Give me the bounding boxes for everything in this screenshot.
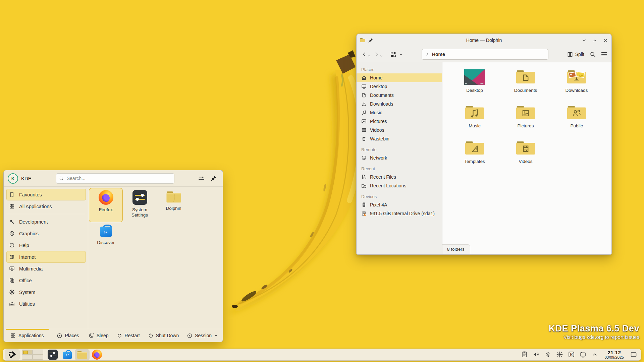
category-utilities[interactable]: Utilities [6, 298, 86, 310]
tab-places[interactable]: Places [53, 329, 83, 342]
dolphin-places-panel: Places Home Desktop Documents Downloads … [357, 62, 442, 254]
search-input[interactable] [66, 175, 171, 181]
clock-time: 21:12 [604, 350, 624, 355]
folder-tile-public[interactable]: Public [551, 102, 602, 137]
configure-sliders-icon[interactable] [198, 175, 205, 182]
place-music[interactable]: Music [357, 108, 442, 117]
virtual-desktop-pager[interactable] [22, 350, 43, 360]
hamburger-menu-icon[interactable] [601, 51, 607, 58]
taskbar-panel: ›· K [3, 349, 641, 361]
toolbox-icon [9, 301, 15, 307]
place-label: Home [370, 75, 382, 80]
place-wastebin[interactable]: Wastebin [357, 134, 442, 143]
kickoff-categories: Favourites All Applications Development … [4, 187, 88, 329]
place-desktop[interactable]: Desktop [357, 82, 442, 91]
device-pixel-4a[interactable]: Pixel 4A [357, 200, 442, 209]
audio-volume-icon[interactable] [532, 350, 540, 359]
tab-applications[interactable]: Applications [7, 329, 47, 342]
category-help[interactable]: Help [6, 239, 86, 251]
search-icon[interactable] [590, 51, 596, 58]
place-documents[interactable]: Documents [357, 91, 442, 100]
expand-tray-chevron-icon[interactable] [591, 350, 599, 359]
session-button[interactable]: Session [187, 333, 218, 339]
multimedia-monitor-icon [9, 266, 15, 272]
task-system-settings[interactable] [45, 349, 60, 360]
pin-icon[interactable] [368, 38, 373, 43]
place-recent-files[interactable]: Recent Files [357, 173, 442, 181]
k-app-badge-icon[interactable]: K [567, 350, 575, 359]
category-label: Multimedia [19, 266, 43, 272]
app-tile-discover[interactable]: ›· Discover [89, 222, 123, 256]
minimize-button[interactable] [581, 38, 587, 43]
place-pictures[interactable]: Pictures [357, 117, 442, 126]
place-recent-locations[interactable]: Recent Locations [357, 181, 442, 190]
search-box[interactable] [56, 173, 174, 184]
folder-tile-music[interactable]: Music [449, 102, 500, 137]
document-icon [361, 93, 367, 98]
folder-tile-videos[interactable]: Videos [500, 137, 551, 172]
category-all-applications[interactable]: All Applications [6, 200, 86, 212]
pager-desktop-2[interactable] [33, 350, 43, 354]
avatar[interactable]: K [8, 173, 18, 184]
app-tile-firefox[interactable]: Firefox [89, 188, 123, 222]
category-internet[interactable]: Internet [6, 251, 86, 263]
place-network[interactable]: Network [357, 154, 442, 162]
pager-desktop-4[interactable] [33, 355, 43, 359]
category-development[interactable]: Development [6, 216, 86, 228]
device-internal-drive[interactable]: 931.5 GiB Internal Drive (sda1) [357, 209, 442, 218]
split-button[interactable]: Split [567, 50, 585, 59]
breadcrumb[interactable]: Home [432, 52, 445, 57]
system-settings-logo [132, 190, 147, 205]
place-downloads[interactable]: Downloads [357, 100, 442, 108]
pager-desktop-3[interactable] [22, 355, 32, 359]
app-label: Dolphin [166, 206, 181, 211]
brightness-icon[interactable] [555, 350, 564, 359]
chevron-down-icon [368, 55, 370, 57]
restart-button[interactable]: Restart [117, 333, 140, 339]
folder-tile-downloads[interactable]: Downloads [551, 66, 602, 101]
digital-clock[interactable]: 21:12 03/09/2025 [604, 350, 624, 359]
location-bar[interactable]: Home [422, 49, 548, 60]
folder-tile-desktop[interactable]: Desktop [449, 66, 500, 101]
folder-tile-pictures[interactable]: Pictures [500, 102, 551, 137]
kickoff-app-grid: Firefox System Settings Dolphin [88, 187, 223, 329]
bluetooth-icon[interactable] [544, 350, 552, 359]
back-button[interactable] [361, 51, 371, 58]
avatar-letter: K [11, 176, 14, 181]
pin-icon[interactable] [211, 175, 217, 181]
category-multimedia[interactable]: Multimedia [6, 263, 86, 275]
category-favourites[interactable]: Favourites [6, 189, 86, 200]
dolphin-window: Home — Dolphin [356, 34, 612, 255]
task-discover[interactable]: ›· [60, 349, 75, 360]
place-videos[interactable]: Videos [357, 126, 442, 134]
view-mode-button[interactable] [389, 51, 404, 58]
action-label: Session [195, 333, 212, 338]
pager-desktop-1[interactable] [22, 350, 32, 354]
close-button[interactable] [603, 38, 608, 43]
sleep-button[interactable]: Sleep [89, 333, 109, 339]
show-desktop-button[interactable] [630, 350, 638, 359]
task-firefox[interactable] [90, 349, 104, 360]
category-graphics[interactable]: Graphics [6, 228, 86, 239]
app-launcher-button[interactable] [5, 349, 20, 360]
clipboard-icon[interactable] [520, 350, 528, 359]
firefox-icon [92, 350, 102, 360]
hard-drive-icon [361, 211, 367, 216]
dolphin-titlebar[interactable]: Home — Dolphin [357, 34, 611, 47]
place-home[interactable]: Home [357, 73, 442, 82]
category-office[interactable]: Office [6, 275, 86, 286]
display-settings-icon[interactable] [579, 350, 587, 359]
power-icon [148, 333, 154, 339]
dolphin-folder-view[interactable]: Desktop Documents [442, 62, 611, 254]
forward-button[interactable] [373, 51, 383, 58]
app-tile-dolphin[interactable]: Dolphin [157, 188, 191, 222]
folder-tile-templates[interactable]: Templates [449, 137, 500, 172]
category-label: All Applications [19, 204, 52, 209]
app-tile-system-settings[interactable]: System Settings [123, 188, 157, 222]
maximize-button[interactable] [592, 38, 597, 43]
shutdown-button[interactable]: Shut Down [148, 333, 179, 339]
task-dolphin[interactable] [75, 349, 90, 360]
folder-tile-documents[interactable]: Documents [500, 66, 551, 101]
place-label: Videos [370, 127, 384, 133]
category-system[interactable]: System [6, 286, 86, 298]
